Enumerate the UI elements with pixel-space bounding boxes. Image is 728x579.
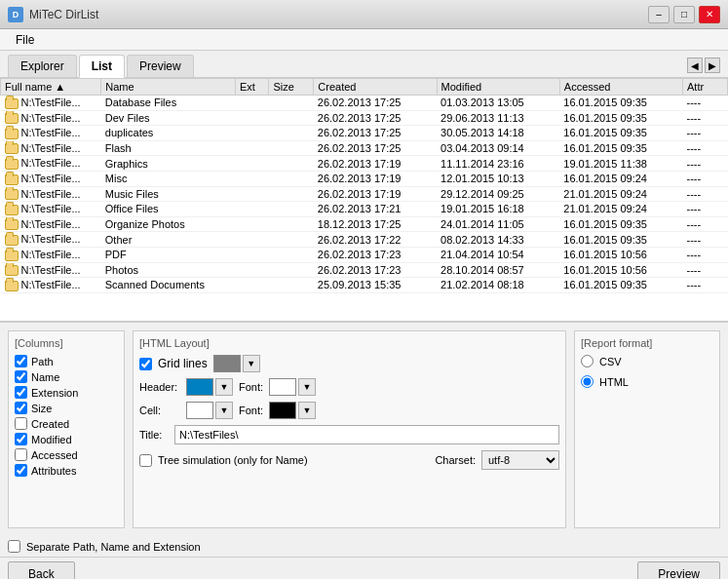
cell-created: 26.02.2013 17:25: [314, 96, 437, 111]
table-row[interactable]: N:\TestFile... Organize Photos 18.12.201…: [1, 216, 728, 232]
cell-created: 26.02.2013 17:23: [314, 262, 437, 278]
cell-font-dropdown-btn[interactable]: ▼: [298, 402, 316, 419]
cell-fullname: N:\TestFile...: [1, 96, 101, 111]
cell-name: Music Files: [101, 186, 236, 202]
menu-file[interactable]: File: [8, 31, 42, 49]
cell-created: 26.02.2013 17:22: [314, 232, 437, 248]
title-input[interactable]: N:\TestFiles\: [174, 425, 559, 444]
cell-accessed: 16.01.2015 09:24: [559, 171, 682, 186]
tab-preview[interactable]: Preview: [127, 55, 194, 77]
csv-radio[interactable]: [581, 355, 594, 367]
header-font-dropdown-btn[interactable]: ▼: [298, 378, 316, 396]
col-checkbox-extension[interactable]: [15, 386, 27, 399]
tab-explorer[interactable]: Explorer: [8, 55, 77, 77]
cell-modified: 19.01.2015 16:18: [437, 202, 559, 217]
cell-fullname: N:\TestFile...: [1, 156, 101, 172]
columns-checkbox-row: Attributes: [15, 464, 118, 477]
col-size[interactable]: Size: [269, 79, 314, 96]
cell-created: 25.09.2013 15:35: [314, 278, 437, 293]
col-fullname[interactable]: Full name ▲: [1, 79, 101, 96]
report-format-section: [Report format] CSV HTML: [574, 330, 720, 528]
col-ext[interactable]: Ext: [236, 79, 269, 96]
cell-modified: 29.06.2013 11:13: [437, 110, 559, 126]
cell-ext: [236, 216, 269, 232]
columns-checkbox-row: Accessed: [15, 448, 118, 461]
col-checkbox-created[interactable]: [15, 417, 27, 430]
tabs-bar: Explorer List Preview ◀ ▶: [0, 51, 728, 78]
cell-attr: ----: [683, 171, 728, 186]
tab-nav-right[interactable]: ▶: [705, 58, 720, 73]
cell-modified: 11.11.2014 23:16: [437, 156, 559, 172]
col-checkbox-modified[interactable]: [15, 433, 27, 445]
table-row[interactable]: N:\TestFile... Scanned Documents 25.09.2…: [1, 278, 728, 293]
table-row[interactable]: N:\TestFile... duplicates 26.02.2013 17:…: [1, 126, 728, 141]
tab-navigation: ◀ ▶: [687, 58, 720, 73]
table-row[interactable]: N:\TestFile... Dev Files 26.02.2013 17:2…: [1, 110, 728, 126]
table-row[interactable]: N:\TestFile... Other 26.02.2013 17:22 08…: [1, 232, 728, 248]
minimize-button[interactable]: –: [648, 6, 670, 23]
columns-checkbox-row: Modified: [15, 433, 118, 445]
cell-attr: ----: [683, 140, 728, 156]
col-attr[interactable]: Attr: [683, 79, 728, 96]
tree-simulation-checkbox[interactable]: [139, 454, 152, 467]
col-checkbox-accessed[interactable]: [15, 448, 27, 461]
cell-fullname: N:\TestFile...: [1, 216, 101, 232]
cell-name: Scanned Documents: [101, 278, 236, 293]
cell-fullname: N:\TestFile...: [1, 140, 101, 156]
tab-nav-left[interactable]: ◀: [687, 58, 703, 73]
cell-created: 18.12.2013 17:25: [314, 216, 437, 232]
col-modified[interactable]: Modified: [437, 79, 559, 96]
cell-color-box[interactable]: [186, 402, 213, 419]
col-checkbox-label-created: Created: [31, 418, 69, 430]
cell-fullname: N:\TestFile...: [1, 247, 101, 262]
header-color-box[interactable]: [186, 378, 213, 396]
maximize-button[interactable]: □: [673, 6, 695, 23]
col-name[interactable]: Name: [101, 79, 236, 96]
col-checkbox-path[interactable]: [15, 355, 27, 367]
gridlines-color-box[interactable]: [213, 355, 241, 372]
col-checkbox-name[interactable]: [15, 370, 27, 383]
cell-name: Database Files: [101, 96, 236, 111]
close-button[interactable]: ✕: [699, 6, 720, 23]
cell-ext: [236, 186, 269, 202]
table-row[interactable]: N:\TestFile... Misc 26.02.2013 17:19 12.…: [1, 171, 728, 186]
tab-list[interactable]: List: [79, 55, 125, 78]
cell-color-picker: ▼: [186, 402, 233, 419]
cell-font-color-picker: ▼: [269, 402, 316, 419]
gridlines-color-dropdown-btn[interactable]: ▼: [243, 355, 260, 372]
columns-checkbox-row: Name: [15, 370, 118, 383]
charset-select[interactable]: utf-8: [481, 450, 559, 470]
html-layout-section: [HTML Layout] Grid lines ▼ Header: ▼ Fon…: [133, 330, 566, 528]
col-checkbox-label-path: Path: [31, 356, 54, 367]
preview-button[interactable]: Preview: [637, 561, 720, 579]
cell-size: [269, 156, 314, 172]
col-accessed[interactable]: Accessed: [559, 79, 682, 96]
table-row[interactable]: N:\TestFile... Photos 26.02.2013 17:23 2…: [1, 262, 728, 278]
col-checkbox-attributes[interactable]: [15, 464, 27, 477]
back-button[interactable]: Back: [8, 561, 75, 579]
footer-row: Back Preview: [0, 557, 728, 579]
cell-color-dropdown-btn[interactable]: ▼: [215, 402, 233, 419]
table-row[interactable]: N:\TestFile... Database Files 26.02.2013…: [1, 96, 728, 111]
separate-path-checkbox[interactable]: [8, 540, 20, 553]
cell-ext: [236, 140, 269, 156]
cell-ext: [236, 156, 269, 172]
gridlines-checkbox[interactable]: [139, 358, 152, 370]
columns-checkbox-row: Created: [15, 417, 118, 430]
header-color-dropdown-btn[interactable]: ▼: [215, 378, 233, 396]
header-font-label: Font:: [239, 381, 263, 393]
header-font-color-box[interactable]: [269, 378, 296, 396]
html-radio[interactable]: [581, 375, 594, 388]
col-checkbox-label-name: Name: [31, 371, 59, 383]
cell-accessed: 16.01.2015 09:35: [559, 216, 682, 232]
cell-attr: ----: [683, 247, 728, 262]
table-row[interactable]: N:\TestFile... Flash 26.02.2013 17:25 03…: [1, 140, 728, 156]
table-row[interactable]: N:\TestFile... Office Files 26.02.2013 1…: [1, 202, 728, 217]
col-checkbox-size[interactable]: [15, 402, 27, 414]
table-row[interactable]: N:\TestFile... Graphics 26.02.2013 17:19…: [1, 156, 728, 172]
table-row[interactable]: N:\TestFile... Music Files 26.02.2013 17…: [1, 186, 728, 202]
table-row[interactable]: N:\TestFile... PDF 26.02.2013 17:23 21.0…: [1, 247, 728, 262]
col-created[interactable]: Created: [314, 79, 437, 96]
file-table-container[interactable]: Full name ▲ Name Ext Size Created Modifi…: [0, 78, 728, 322]
cell-font-color-box[interactable]: [269, 402, 296, 419]
